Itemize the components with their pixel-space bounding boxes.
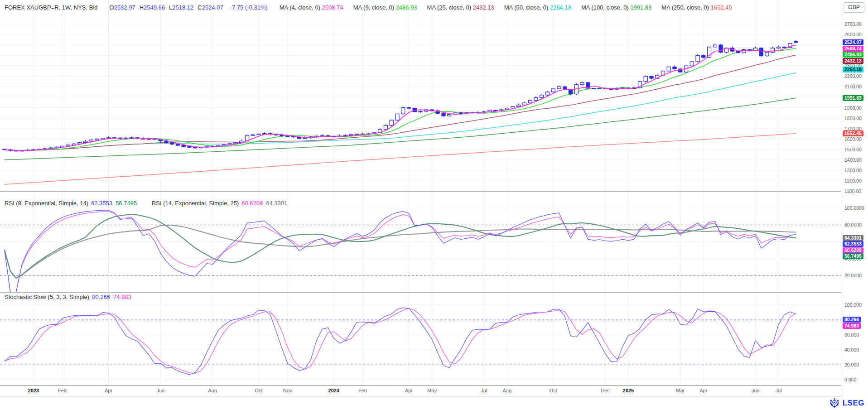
- price-badge: 2486.93: [843, 52, 863, 58]
- time-axis-label: Apr: [699, 388, 707, 393]
- axis-tick-label: 60.000: [844, 332, 859, 338]
- price-badge: 56.7495: [843, 253, 863, 259]
- time-axis-label: Apr: [105, 388, 112, 393]
- panel-divider-rsi-stoch: [0, 292, 868, 293]
- lseg-crest-icon: [829, 398, 840, 409]
- axis-tick-label: 2200.00: [844, 73, 862, 79]
- price-badge: 74.983: [843, 323, 861, 329]
- axis-tick-label: 1200.00: [844, 178, 862, 183]
- time-axis-label: Dec: [601, 388, 610, 393]
- time-axis-label: Apr: [405, 388, 413, 393]
- price-badge: 1652.45: [843, 130, 863, 136]
- instrument-title: FOREX XAUGBP=R, 1W, NYS, Bid: [5, 4, 98, 11]
- rsi-legend-label-2: RSI (14, Exponential, Simple, 25): [152, 200, 239, 207]
- time-axis-label: 2025: [623, 388, 634, 393]
- ma-legend-item: MA (50, close, 0) 2264.18: [504, 4, 571, 11]
- time-axis-label: Jun: [752, 388, 760, 393]
- rsi-value: 62.3553: [91, 200, 112, 207]
- axis-tick-label: 1600.00: [844, 136, 862, 142]
- instrument-legend: FOREX XAUGBP=R, 1W, NYS, Bid O2532.97H25…: [5, 3, 742, 12]
- time-axis-label: Jul: [775, 388, 781, 393]
- ma-legend-item: MA (4, close, 0) 2508.74: [280, 4, 343, 11]
- chart-app: FOREX XAUGBP=R, 1W, NYS, Bid O2532.97H25…: [0, 0, 868, 410]
- axis-tick-label: 1300.00: [844, 168, 862, 173]
- axis-tick-label: 2100.00: [844, 84, 862, 89]
- time-axis-label: 2023: [28, 388, 39, 393]
- ma-legend-item: MA (25, close, 0) 2432.13: [427, 4, 494, 11]
- price-badge: 64.3301: [843, 235, 863, 241]
- ma-legend-item: MA (250, close, 0) 1652.45: [661, 4, 732, 11]
- price-badge: 2264.18: [843, 67, 863, 72]
- rsi-value: 60.6209: [241, 200, 263, 207]
- axis-tick-label: 1900.00: [844, 105, 862, 111]
- time-axis-label: Feb: [358, 388, 367, 393]
- price-badge: 1991.83: [843, 95, 863, 101]
- rsi-value: 64.3301: [266, 200, 287, 207]
- chart-canvas[interactable]: [0, 0, 841, 396]
- time-axis-label: Jul: [481, 388, 487, 393]
- axis-tick-label: 20.0000: [844, 273, 862, 278]
- time-axis[interactable]: 2023FebAprJunAugOctNov2024FebAprMayJulAu…: [0, 385, 841, 396]
- axis-tick-label: 20.000: [844, 362, 859, 367]
- rsi-legend: RSI (9, Exponential, Simple, 14) 62.3553…: [5, 200, 290, 207]
- ohlc-field: C2524.07: [198, 4, 223, 11]
- stoch-legend-label: Stochastic Slow (5, 3, 3, Simple): [5, 294, 89, 300]
- panel-divider-main-rsi: [0, 191, 868, 192]
- axis-tick-label: 0.000: [844, 377, 856, 382]
- price-badge: 80.266: [843, 317, 861, 323]
- time-axis-label: May: [427, 388, 437, 393]
- axis-tick-label: 1100.00: [844, 188, 861, 194]
- ohlc-values: O2532.97H2549.66L2518.12C2524.07: [110, 4, 227, 11]
- ohlc-field: L2518.12: [169, 4, 193, 11]
- price-badge: 60.6209: [843, 247, 863, 253]
- axis-tick-label: 1800.00: [844, 116, 862, 121]
- stoch-value: 74.983: [113, 294, 131, 300]
- stochastic-legend: Stochastic Slow (5, 3, 3, Simple) 80.266…: [5, 294, 135, 300]
- price-scale[interactable]: GBP 2700.002600.002300.002200.002100.001…: [841, 0, 868, 396]
- time-axis-label: 2024: [328, 388, 339, 393]
- price-badge: 2432.13: [843, 58, 863, 64]
- axis-tick-label: 80.0000: [844, 222, 862, 227]
- price-badge: 2508.74: [843, 46, 863, 52]
- rsi-legend-label-1: RSI (9, Exponential, Simple, 14): [5, 200, 88, 207]
- axis-tick-label: 2600.00: [844, 32, 862, 37]
- axis-tick-label: 100.000: [844, 302, 862, 308]
- axis-tick-label: 40.000: [844, 347, 859, 352]
- time-axis-label: Nov: [283, 388, 292, 393]
- time-axis-label: Aug: [208, 388, 217, 393]
- price-badge: 62.3553: [843, 241, 863, 247]
- rsi-values-2: 60.620964.3301: [241, 200, 290, 207]
- time-axis-label: Oct: [550, 388, 557, 393]
- time-axis-label: Feb: [58, 388, 67, 393]
- ma-legend-item: MA (100, close, 0) 1991.83: [581, 4, 651, 11]
- time-axis-label: Aug: [502, 388, 511, 393]
- ma-legend-item: MA (9, close, 0) 2486.93: [353, 4, 417, 11]
- axis-tick-label: 1400.00: [844, 157, 862, 163]
- ma-legend: MA (4, close, 0) 2508.74MA (9, close, 0)…: [280, 4, 742, 11]
- time-axis-label: Oct: [255, 388, 262, 393]
- price-badge: 2524.07: [843, 39, 863, 45]
- ohlc-field: H2549.66: [140, 4, 165, 11]
- axis-tick-label: 2700.00: [844, 21, 862, 27]
- time-axis-label: Jun: [156, 388, 164, 393]
- axis-tick-label: 100.0000: [844, 205, 864, 211]
- stoch-values: 80.26674.983: [92, 294, 135, 300]
- lseg-logo-text: LSEG: [843, 399, 864, 408]
- change-value: -7.75 (-0.31%): [230, 4, 268, 11]
- ohlc-field: O2532.97: [110, 4, 135, 11]
- stoch-value: 80.266: [92, 294, 110, 300]
- lseg-logo: LSEG: [829, 398, 864, 409]
- rsi-value: 56.7495: [116, 200, 137, 207]
- rsi-values-1: 62.355356.7495: [91, 200, 140, 207]
- axis-tick-label: 1500.00: [844, 147, 862, 152]
- time-axis-label: Mar: [676, 388, 685, 393]
- currency-chip[interactable]: GBP: [844, 2, 864, 13]
